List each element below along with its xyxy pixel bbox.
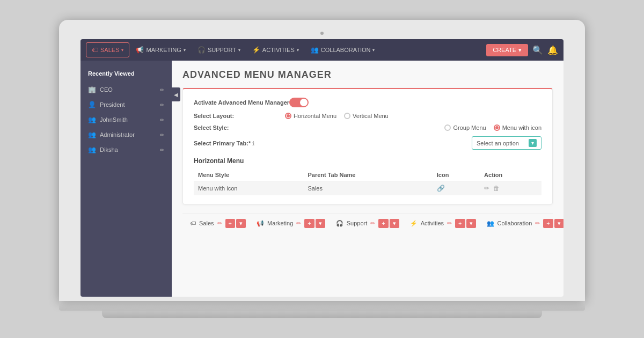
style-row: Select Style: Group Menu Menu with icon bbox=[194, 124, 541, 131]
screen-bezel: 🏷 SALES ▾ 📢 MARKETING ▾ 🎧 SUPPORT bbox=[59, 20, 585, 301]
activities-tab-icon: ⚡ bbox=[410, 220, 418, 227]
primary-tab-row: Select Primary Tab:* ℹ Select an option … bbox=[194, 136, 541, 150]
camera bbox=[320, 32, 324, 35]
page-title: ADVANCED MENU MANAGER bbox=[182, 69, 553, 80]
sales-nav-icon: 🏷 bbox=[92, 46, 98, 54]
dropdown-arrow-icon: ▾ bbox=[529, 139, 537, 147]
administrator-edit-icon[interactable]: ✏ bbox=[160, 132, 164, 138]
support-tab-buttons: + ▾ bbox=[378, 219, 399, 228]
collaboration-tab-edit-icon[interactable]: ✏ bbox=[535, 220, 540, 227]
horizontal-menu-title: Horizontal Menu bbox=[194, 157, 541, 165]
collaboration-tab-down-button[interactable]: ▾ bbox=[554, 219, 564, 228]
horizontal-menu-option[interactable]: Horizontal Menu bbox=[285, 113, 336, 119]
menu-with-icon-label: Menu with icon bbox=[502, 124, 541, 131]
sidebar-item-ceo[interactable]: 🏢 CEO ✏ bbox=[80, 82, 172, 97]
president-edit-icon[interactable]: ✏ bbox=[160, 102, 164, 108]
laptop-shell: 🏷 SALES ▾ 📢 MARKETING ▾ 🎧 SUPPORT bbox=[59, 20, 585, 318]
sales-tab-add-button[interactable]: + bbox=[225, 219, 235, 228]
activate-toggle[interactable] bbox=[289, 98, 309, 107]
johnsmith-icon: 👥 bbox=[88, 116, 96, 123]
vertical-menu-option[interactable]: Vertical Menu bbox=[344, 113, 389, 119]
nav-item-marketing[interactable]: 📢 MARKETING ▾ bbox=[130, 43, 191, 57]
select-placeholder: Select an option bbox=[477, 140, 519, 146]
activities-tab-label: Activities bbox=[421, 220, 444, 226]
col-icon: Icon bbox=[433, 169, 480, 181]
sidebar-item-president[interactable]: 👤 President ✏ bbox=[80, 97, 172, 112]
horizontal-radio-dot bbox=[285, 113, 291, 119]
toggle-knob bbox=[300, 99, 308, 106]
sidebar-label-administrator: Administrator bbox=[100, 131, 135, 138]
notification-icon[interactable]: 🔔 bbox=[547, 45, 558, 55]
row-delete-icon[interactable]: 🗑 bbox=[493, 185, 500, 192]
cell-menu-style: Menu with icon bbox=[194, 181, 303, 196]
support-tab-edit-icon[interactable]: ✏ bbox=[370, 220, 375, 227]
screen-content: 🏷 SALES ▾ 📢 MARKETING ▾ 🎧 SUPPORT bbox=[80, 39, 564, 297]
sidebar-collapse-button[interactable]: ◀ bbox=[172, 87, 180, 101]
marketing-tab-down-button[interactable]: ▾ bbox=[316, 219, 325, 228]
marketing-nav-label: MARKETING bbox=[146, 47, 181, 53]
menu-with-icon-radio-dot bbox=[494, 124, 500, 131]
cell-parent-tab-name: Sales bbox=[303, 181, 432, 196]
style-label: Select Style: bbox=[194, 124, 285, 131]
activities-tab-edit-icon[interactable]: ✏ bbox=[447, 220, 452, 227]
ceo-edit-icon[interactable]: ✏ bbox=[160, 87, 164, 93]
bottom-tab-collaboration: 👥 Collaboration ✏ + ▾ bbox=[487, 219, 564, 228]
ceo-icon: 🏢 bbox=[88, 86, 96, 93]
bottom-tab-support: 🎧 Support ✏ + ▾ bbox=[336, 219, 399, 228]
group-menu-label: Group Menu bbox=[453, 124, 486, 131]
diksha-edit-icon[interactable]: ✏ bbox=[160, 147, 164, 153]
marketing-tab-add-button[interactable]: + bbox=[304, 219, 314, 228]
sales-tab-down-button[interactable]: ▾ bbox=[236, 219, 246, 228]
layout-label: Select Layout: bbox=[194, 113, 285, 119]
create-chevron-icon: ▾ bbox=[518, 47, 522, 54]
top-nav: 🏷 SALES ▾ 📢 MARKETING ▾ 🎧 SUPPORT bbox=[80, 39, 564, 61]
support-tab-down-button[interactable]: ▾ bbox=[390, 219, 399, 228]
sidebar-item-johnsmith[interactable]: 👥 JohnSmith ✏ bbox=[80, 112, 172, 127]
support-tab-add-button[interactable]: + bbox=[378, 219, 388, 228]
sidebar-label-president: President bbox=[100, 101, 125, 108]
support-nav-label: SUPPORT bbox=[208, 47, 236, 53]
nav-item-support[interactable]: 🎧 SUPPORT ▾ bbox=[192, 43, 246, 57]
support-tab-icon: 🎧 bbox=[336, 220, 343, 227]
menu-with-icon-option[interactable]: Menu with icon bbox=[494, 124, 541, 131]
sidebar-item-diksha[interactable]: 👥 Diksha ✏ bbox=[80, 142, 172, 157]
col-menu-style: Menu Style bbox=[194, 169, 303, 181]
group-menu-option[interactable]: Group Menu bbox=[444, 124, 486, 131]
create-button[interactable]: CREATE ▾ bbox=[486, 44, 528, 56]
style-options-right: Group Menu Menu with icon bbox=[444, 124, 541, 131]
nav-item-collaboration[interactable]: 👥 COLLABORATION ▾ bbox=[305, 43, 380, 57]
sales-chevron-icon: ▾ bbox=[121, 48, 123, 53]
vertical-radio-dot bbox=[344, 113, 350, 119]
primary-tab-dropdown[interactable]: Select an option ▾ bbox=[472, 136, 541, 150]
sales-tab-edit-icon[interactable]: ✏ bbox=[217, 220, 222, 227]
nav-item-sales[interactable]: 🏷 SALES ▾ bbox=[86, 42, 129, 57]
collaboration-tab-icon: 👥 bbox=[487, 220, 494, 227]
collaboration-tab-buttons: + ▾ bbox=[543, 219, 564, 228]
activities-chevron-icon: ▾ bbox=[297, 48, 299, 53]
johnsmith-edit-icon[interactable]: ✏ bbox=[160, 117, 164, 123]
marketing-tab-edit-icon[interactable]: ✏ bbox=[296, 220, 301, 227]
table-row: Menu with icon Sales 🔗 ✏ 🗑 bbox=[194, 181, 541, 196]
collaboration-tab-add-button[interactable]: + bbox=[543, 219, 553, 228]
diksha-icon: 👥 bbox=[88, 146, 96, 153]
support-tab-label: Support bbox=[347, 220, 368, 226]
marketing-tab-icon: 📢 bbox=[257, 220, 264, 227]
sales-tab-buttons: + ▾ bbox=[225, 219, 246, 228]
bottom-tab-marketing: 📢 Marketing ✏ + ▾ bbox=[257, 219, 325, 228]
sales-tab-icon: 🏷 bbox=[190, 220, 196, 226]
layout-radio-group: Horizontal Menu Vertical Menu bbox=[285, 113, 389, 119]
marketing-chevron-icon: ▾ bbox=[184, 48, 186, 53]
activities-tab-buttons: + ▾ bbox=[455, 219, 475, 228]
marketing-tab-label: Marketing bbox=[267, 220, 293, 226]
row-edit-icon[interactable]: ✏ bbox=[484, 185, 489, 192]
col-action: Action bbox=[480, 169, 541, 181]
menu-table: Menu Style Parent Tab Name Icon Action bbox=[194, 169, 541, 195]
col-parent-tab-name: Parent Tab Name bbox=[303, 169, 432, 181]
sidebar: Recently Viewed 🏢 CEO ✏ 👤 President bbox=[80, 61, 172, 297]
sidebar-item-administrator[interactable]: 👥 Administrator ✏ bbox=[80, 127, 172, 142]
activities-tab-add-button[interactable]: + bbox=[455, 219, 465, 228]
nav-item-activities[interactable]: ⚡ ACTIVITIES ▾ bbox=[247, 43, 304, 57]
activities-tab-down-button[interactable]: ▾ bbox=[466, 219, 476, 228]
search-icon[interactable]: 🔍 bbox=[532, 45, 543, 55]
president-icon: 👤 bbox=[88, 101, 96, 108]
